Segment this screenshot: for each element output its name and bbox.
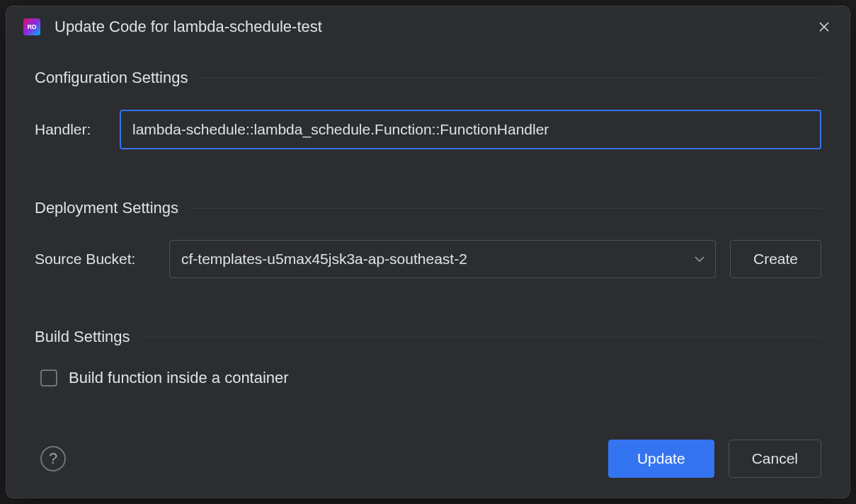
update-button[interactable]: Update — [608, 440, 714, 478]
handler-label: Handler: — [35, 121, 105, 138]
app-icon: RD — [23, 18, 40, 35]
handler-row: Handler: — [35, 110, 821, 149]
handler-input[interactable] — [120, 110, 821, 149]
close-button[interactable] — [816, 18, 833, 35]
dialog-footer: ? Update Cancel — [6, 440, 850, 498]
section-divider — [199, 78, 821, 79]
deployment-section-header: Deployment Settings — [35, 199, 821, 217]
cancel-button[interactable]: Cancel — [729, 440, 821, 478]
config-section-header: Configuration Settings — [35, 69, 821, 87]
build-container-row: Build function inside a container — [35, 369, 821, 387]
deployment-section-title: Deployment Settings — [35, 199, 178, 217]
update-code-dialog: RD Update Code for lambda-schedule-test … — [6, 6, 850, 498]
source-bucket-select[interactable]: cf-templates-u5max45jsk3a-ap-southeast-2 — [169, 240, 716, 278]
build-container-label: Build function inside a container — [69, 369, 289, 387]
titlebar: RD Update Code for lambda-schedule-test — [6, 6, 850, 47]
source-bucket-select-wrapper: cf-templates-u5max45jsk3a-ap-southeast-2 — [169, 240, 716, 278]
source-bucket-row: Source Bucket: cf-templates-u5max45jsk3a… — [35, 240, 821, 278]
close-icon — [819, 22, 829, 32]
build-section-header: Build Settings — [35, 328, 821, 346]
source-bucket-label: Source Bucket: — [35, 251, 155, 268]
section-divider — [190, 208, 821, 209]
build-section-title: Build Settings — [35, 328, 130, 346]
config-section-title: Configuration Settings — [35, 69, 188, 87]
create-bucket-button[interactable]: Create — [730, 240, 821, 278]
section-divider — [142, 337, 821, 338]
help-button[interactable]: ? — [40, 446, 66, 471]
dialog-title: Update Code for lambda-schedule-test — [55, 18, 801, 36]
dialog-content: Configuration Settings Handler: Deployme… — [6, 47, 850, 440]
build-container-checkbox[interactable] — [40, 370, 57, 386]
